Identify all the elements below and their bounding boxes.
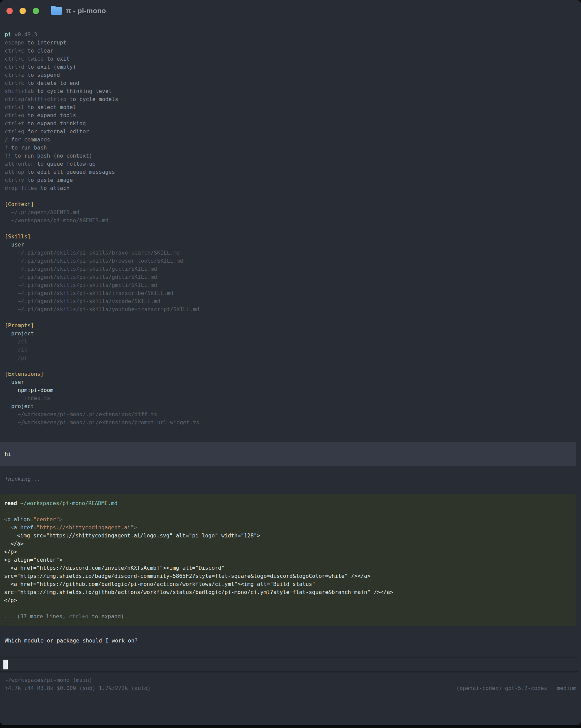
terminal-line: <a href="https://github.com/badlogic/pi-… (0, 580, 576, 588)
terminal-line: project (0, 330, 581, 338)
maximize-button[interactable] (33, 8, 39, 14)
terminal-line: /pr (0, 354, 581, 362)
terminal-line: ! to run bash (0, 144, 581, 152)
terminal-line: index.ts (0, 394, 581, 402)
window-title: π - pi-mono (65, 7, 106, 15)
terminal-line: ~/.pi/agent/skills/pi-skills/vscode/SKIL… (0, 297, 581, 305)
terminal-line: [Context] (0, 200, 581, 208)
terminal-line: ctrl+v to paste image (0, 176, 581, 184)
terminal-line: ctrl+o to expand tools (0, 111, 581, 120)
terminal-line: [Prompts] (0, 321, 581, 330)
terminal-line: /cl (0, 338, 581, 346)
terminal-line: ~/.pi/agent/skills/pi-skills/browser-too… (0, 257, 581, 265)
terminal-line: shift+tab to cycle thinking level (0, 87, 581, 95)
terminal-line: </p> (0, 596, 576, 604)
thinking-dots: ... (31, 476, 41, 482)
folder-icon (51, 7, 62, 15)
terminal-line: [Extensions] (0, 370, 581, 378)
terminal-line: [Skills] (0, 233, 581, 241)
terminal-line: user (0, 241, 581, 249)
terminal-line: !! to run bash (no context) (0, 152, 581, 160)
traffic-lights (6, 8, 46, 14)
terminal-line: <p align="center"> (0, 556, 576, 564)
session-info: [Context] ~/.pi/agent/AGENTS.md ~/worksp… (0, 192, 581, 426)
terminal-line (0, 508, 576, 516)
terminal-line: src="https://img.shields.io/badge/discor… (0, 572, 576, 580)
terminal-line: ... (37 more lines, ctrl+o to expand) (0, 613, 576, 621)
terminal-line: ~/.pi/agent/skills/pi-skills/gmcli/SKILL… (0, 281, 581, 289)
statusbar: ~/workspaces/pi-mono (main) ↑4.7k ↓44 R3… (0, 676, 581, 692)
terminal-line: ~/.pi/agent/skills/pi-skills/youtube-tra… (0, 305, 581, 313)
terminal-line: ~/.pi/agent/AGENTS.md (0, 208, 581, 216)
terminal-line: <a href="https://shittycodingagent.ai"> (0, 524, 576, 532)
terminal-line: /is (0, 346, 581, 354)
help-shortcuts: pi v0.49.3escape to interruptctrl+c to c… (0, 31, 581, 192)
minimize-button[interactable] (20, 8, 26, 14)
terminal-line: drop files to attach (0, 184, 581, 192)
terminal-line: ctrl+g for external editor (0, 128, 581, 136)
terminal-line (0, 362, 581, 370)
terminal-line: ctrl+c to clear (0, 47, 581, 55)
terminal-line: ~/.pi/agent/skills/pi-skills/brave-searc… (0, 249, 581, 257)
terminal-line: <a href="https://discord.com/invite/nKXT… (0, 564, 576, 572)
tool-call-read-block: read ~/workspaces/pi-mono/README.md <p a… (0, 494, 576, 626)
terminal-line: read ~/workspaces/pi-mono/README.md (0, 499, 576, 508)
terminal-line (0, 192, 581, 200)
terminal-line: ~/workspaces/pi-mono/.pi/extensions/prom… (0, 419, 581, 426)
terminal-line: alt+up to edit all queued messages (0, 168, 581, 176)
terminal-line: <p align="center"> (0, 516, 576, 524)
terminal-line: escape to interrupt (0, 39, 581, 47)
text-cursor (3, 660, 8, 669)
terminal-line: ~/.pi/agent/skills/pi-skills/gccli/SKILL… (0, 265, 581, 273)
assistant-question: Which module or package should I work on… (0, 637, 581, 645)
terminal-line: ctrl+t to expand thinking (0, 120, 581, 128)
terminal-line: ctrl+c twice to exit (0, 55, 581, 63)
terminal-line: ~/workspaces/pi-mono/AGENTS.md (0, 216, 581, 225)
terminal-line: pi v0.49.3 (0, 31, 581, 39)
terminal-line: ~/workspaces/pi-mono/.pi/extensions/diff… (0, 411, 581, 419)
terminal-line: npm:pi-doom (0, 386, 581, 394)
terminal-line: ctrl+d to exit (empty) (0, 63, 581, 71)
terminal-window: π - pi-mono pi v0.49.3escape to interrup… (0, 0, 581, 725)
terminal-line: alt+enter to queue follow-up (0, 160, 581, 168)
terminal-line: ~/.pi/agent/skills/pi-skills/gdcli/SKILL… (0, 273, 581, 281)
thinking-label: Thinking (5, 476, 31, 482)
terminal-line: ctrl+l to select model (0, 103, 581, 111)
terminal-line: / for commands (0, 136, 581, 144)
close-button[interactable] (6, 8, 13, 14)
terminal-line: <img src="https://shittycodingagent.ai/l… (0, 532, 576, 540)
terminal-line: ~/.pi/agent/skills/pi-skills/transcribe/… (0, 289, 581, 297)
message-input[interactable] (0, 657, 578, 672)
user-message: hi (0, 442, 576, 466)
terminal-line (0, 604, 576, 613)
titlebar: π - pi-mono (0, 0, 581, 22)
cwd-branch-status: ~/workspaces/pi-mono (main) (0, 676, 581, 684)
terminal-line: ctrl+k to delete to end (0, 79, 581, 87)
thinking-indicator: Thinking... (0, 475, 581, 483)
terminal-line: </p> (0, 548, 576, 556)
terminal-line: </a> (0, 540, 576, 548)
terminal-line (0, 313, 581, 321)
terminal-line: ctrl+p/shift+ctrl+p to cycle models (0, 95, 581, 103)
terminal-content: pi v0.49.3escape to interruptctrl+c to c… (0, 22, 581, 692)
terminal-line: project (0, 402, 581, 411)
model-info: (openai-codex) gpt-5.2-codex · medium (456, 684, 576, 692)
terminal-line (0, 225, 581, 233)
user-message-text: hi (5, 451, 11, 457)
terminal-line: user (0, 378, 581, 386)
token-usage-stats: ↑4.7k ↓44 R3.8k $0.009 (sub) 1.7%/272k (… (5, 684, 151, 692)
terminal-line: src="https://img.shields.io/github/actio… (0, 588, 576, 596)
terminal-line: ctrl+z to suspend (0, 71, 581, 79)
